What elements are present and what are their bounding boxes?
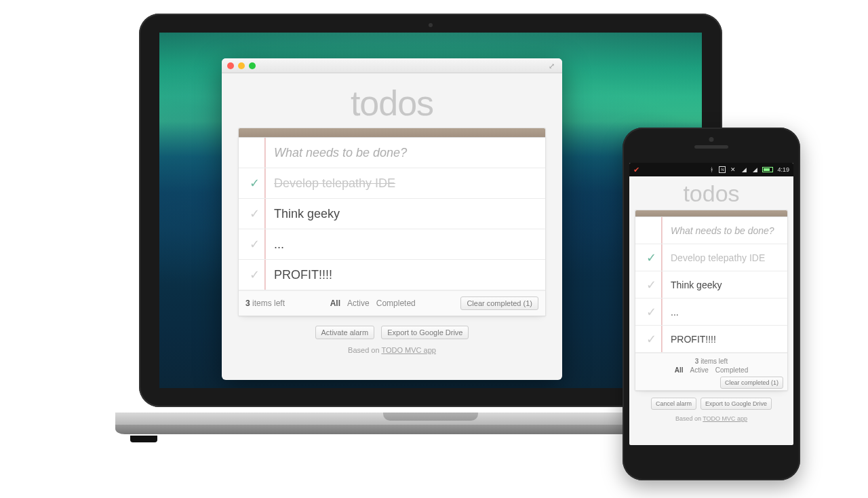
filter-active[interactable]: Active: [690, 366, 709, 374]
new-todo-row[interactable]: What needs to be done?: [239, 138, 545, 168]
cancel-alarm-button[interactable]: Cancel alarm: [651, 398, 696, 410]
phone-screen: ✔ ᚼ N ✕ ◢ ◢ 4:19 todos What needs to be …: [629, 163, 793, 445]
items-left-label: 3 items left: [245, 299, 285, 308]
check-icon[interactable]: ✓: [244, 176, 264, 191]
list-footer: 3 items left All Active Completed Clear …: [239, 290, 545, 315]
filter-active[interactable]: Active: [347, 299, 370, 308]
fullscreen-icon[interactable]: ⤢: [549, 62, 557, 70]
items-left-label: 3 items left: [639, 358, 783, 365]
todo-row[interactable]: ✓ Develop telepathy IDE: [239, 168, 545, 199]
filter-all[interactable]: All: [675, 366, 684, 374]
traffic-lights: [227, 62, 256, 69]
bluetooth-icon: ᚼ: [708, 166, 715, 173]
minimize-icon[interactable]: [238, 62, 245, 69]
check-icon[interactable]: ✓: [641, 305, 661, 320]
export-drive-button[interactable]: Export to Google Drive: [381, 326, 469, 339]
todo-text[interactable]: Think geeky: [264, 207, 340, 221]
todo-text[interactable]: Develop telepathy IDE: [661, 252, 765, 263]
credit-text: Based on TODO MVC app: [238, 346, 546, 354]
todomvc-link[interactable]: TODO MVC app: [703, 415, 747, 422]
phone-mockup: ✔ ᚼ N ✕ ◢ ◢ 4:19 todos What needs to be …: [623, 128, 800, 480]
signal-icon: ◢: [751, 166, 758, 173]
action-bar: Activate alarm Export to Google Drive: [238, 326, 546, 339]
filter-completed[interactable]: Completed: [376, 299, 416, 308]
check-icon[interactable]: ✓: [641, 332, 661, 347]
nfc-icon: N: [719, 166, 726, 173]
todo-text[interactable]: ...: [264, 237, 284, 252]
todo-row[interactable]: ✓ Think geeky: [635, 271, 787, 299]
phone-camera: [709, 137, 714, 142]
export-drive-button[interactable]: Export to Google Drive: [701, 398, 772, 410]
carrier-check-icon: ✔: [633, 166, 639, 174]
card-header-bar: [239, 128, 545, 138]
filter-tabs: All Active Completed: [639, 366, 783, 374]
todo-row[interactable]: ✓ ...: [635, 299, 787, 326]
check-icon[interactable]: ✓: [641, 250, 661, 265]
new-todo-input[interactable]: What needs to be done?: [264, 146, 407, 160]
check-icon[interactable]: ✓: [244, 237, 264, 252]
todo-list-card: What needs to be done? ✓ Develop telepat…: [238, 128, 546, 316]
window-titlebar[interactable]: ⤢: [222, 58, 562, 73]
check-icon[interactable]: ✓: [641, 277, 661, 292]
todo-row[interactable]: ✓ PROFIT!!!!: [635, 326, 787, 353]
action-bar: Cancel alarm Export to Google Drive: [635, 398, 788, 410]
todomvc-link[interactable]: TODO MVC app: [381, 346, 436, 354]
todo-text[interactable]: Develop telepathy IDE: [264, 176, 395, 191]
battery-icon: [762, 167, 773, 172]
new-todo-input[interactable]: What needs to be done?: [661, 225, 774, 236]
app-title: todos: [238, 83, 546, 123]
credit-text: Based on TODO MVC app: [635, 415, 788, 422]
todo-row[interactable]: ✓ PROFIT!!!!: [239, 260, 545, 290]
new-todo-row[interactable]: What needs to be done?: [635, 217, 787, 244]
zoom-icon[interactable]: [249, 62, 256, 69]
todo-row[interactable]: ✓ ...: [239, 229, 545, 260]
laptop-desktop-wallpaper: ⤢ todos What needs to be done? ✓ Develop…: [159, 33, 702, 388]
android-statusbar: ✔ ᚼ N ✕ ◢ ◢ 4:19: [629, 163, 793, 176]
phone-speaker: [694, 145, 728, 149]
filter-completed[interactable]: Completed: [715, 366, 748, 374]
app-window: ⤢ todos What needs to be done? ✓ Develop…: [222, 58, 562, 380]
todo-row[interactable]: ✓ Think geeky: [239, 199, 545, 229]
card-header-bar: [635, 210, 787, 217]
todo-text[interactable]: PROFIT!!!!: [264, 268, 332, 282]
close-icon[interactable]: [227, 62, 234, 69]
check-icon[interactable]: ✓: [244, 206, 264, 221]
list-footer: 3 items left All Active Completed Clear …: [635, 353, 787, 390]
laptop-foot: [130, 436, 157, 442]
wifi-icon: ◢: [741, 166, 747, 173]
check-icon[interactable]: ✓: [244, 267, 264, 282]
todo-text[interactable]: PROFIT!!!!: [661, 334, 716, 345]
vibrate-icon: ✕: [730, 166, 736, 173]
todo-text[interactable]: ...: [661, 307, 679, 318]
laptop-camera: [429, 23, 433, 27]
clock-label: 4:19: [777, 166, 789, 173]
clear-completed-button[interactable]: Clear completed (1): [460, 296, 538, 310]
clear-completed-button[interactable]: Clear completed (1): [720, 377, 783, 389]
filter-tabs: All Active Completed: [330, 299, 416, 308]
todo-row[interactable]: ✓ Develop telepathy IDE: [635, 244, 787, 271]
todo-list-card: What needs to be done? ✓ Develop telepat…: [635, 210, 788, 391]
filter-all[interactable]: All: [330, 299, 340, 308]
todo-text[interactable]: Think geeky: [661, 280, 722, 290]
app-title: todos: [635, 180, 788, 207]
activate-alarm-button[interactable]: Activate alarm: [315, 326, 375, 339]
